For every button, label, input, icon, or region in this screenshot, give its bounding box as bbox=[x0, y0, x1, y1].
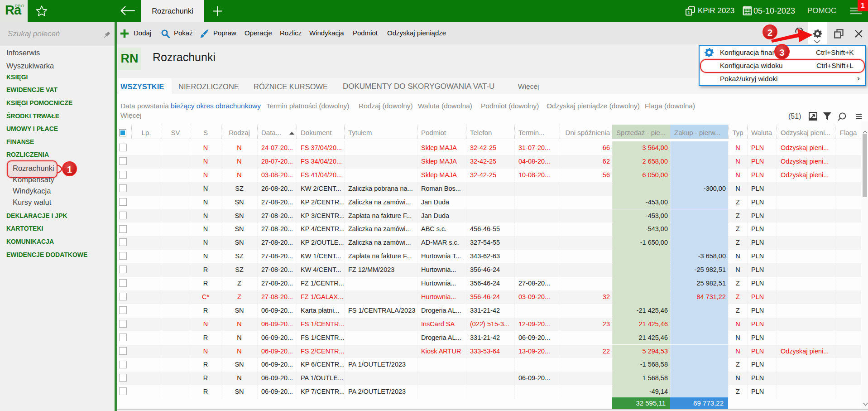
svg-text:1: 1 bbox=[688, 10, 691, 15]
